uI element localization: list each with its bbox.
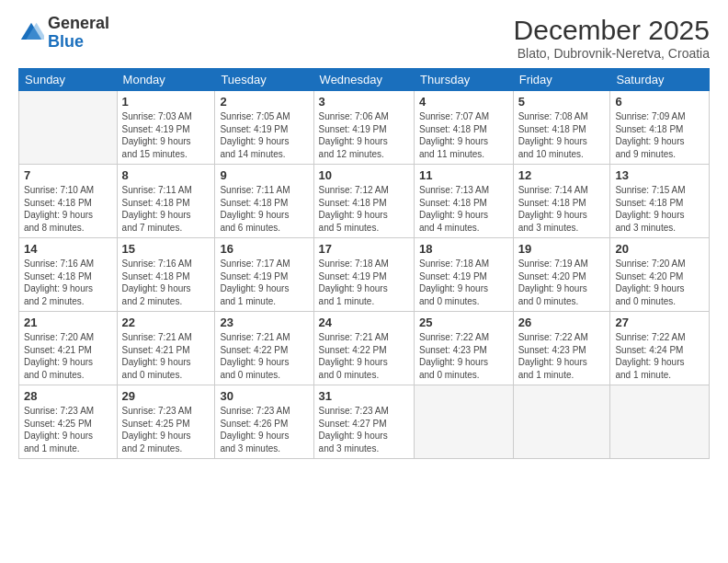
- sunrise-text: Sunrise: 7:23 AM: [122, 406, 192, 416]
- calendar-cell: 14Sunrise: 7:16 AMSunset: 4:18 PMDayligh…: [19, 238, 118, 312]
- header: General Blue December 2025 Blato, Dubrov…: [18, 15, 710, 61]
- sunset-text: Sunset: 4:27 PM: [319, 419, 387, 429]
- sunset-text: Sunset: 4:20 PM: [615, 271, 683, 282]
- sunset-text: Sunset: 4:18 PM: [419, 124, 487, 134]
- sunrise-text: Sunrise: 7:10 AM: [24, 185, 94, 195]
- daylight-text: Daylight: 9 hoursand 0 minutes.: [24, 357, 93, 380]
- day-number: 25: [419, 316, 508, 329]
- sunrise-text: Sunrise: 7:17 AM: [220, 259, 290, 269]
- day-header-friday: Friday: [513, 69, 610, 91]
- sunrise-text: Sunrise: 7:07 AM: [419, 111, 489, 121]
- daylight-text: Daylight: 9 hoursand 11 minutes.: [419, 136, 488, 159]
- sunrise-text: Sunrise: 7:16 AM: [122, 259, 192, 269]
- daylight-text: Daylight: 9 hoursand 3 minutes.: [615, 210, 684, 233]
- day-info: Sunrise: 7:23 AMSunset: 4:27 PMDaylight:…: [319, 405, 409, 454]
- daylight-text: Daylight: 9 hoursand 1 minute.: [319, 283, 388, 306]
- day-number: 28: [24, 389, 112, 403]
- calendar-cell: 28Sunrise: 7:23 AMSunset: 4:25 PMDayligh…: [19, 385, 118, 459]
- sunset-text: Sunset: 4:22 PM: [319, 345, 387, 355]
- day-number: 19: [518, 242, 606, 256]
- sunset-text: Sunset: 4:25 PM: [24, 419, 92, 429]
- sunrise-text: Sunrise: 7:11 AM: [220, 185, 290, 195]
- day-info: Sunrise: 7:21 AMSunset: 4:21 PMDaylight:…: [122, 331, 210, 381]
- sunset-text: Sunset: 4:18 PM: [220, 198, 288, 208]
- logo-text: General Blue: [48, 15, 109, 52]
- sunrise-text: Sunrise: 7:13 AM: [419, 185, 489, 195]
- calendar: SundayMondayTuesdayWednesdayThursdayFrid…: [18, 68, 710, 459]
- daylight-text: Daylight: 9 hoursand 2 minutes.: [24, 283, 93, 306]
- daylight-text: Daylight: 9 hoursand 8 minutes.: [24, 210, 93, 233]
- calendar-cell: 20Sunrise: 7:20 AMSunset: 4:20 PMDayligh…: [610, 238, 710, 312]
- sunset-text: Sunset: 4:18 PM: [615, 124, 683, 134]
- calendar-cell: [19, 91, 118, 165]
- calendar-header-row: SundayMondayTuesdayWednesdayThursdayFrid…: [19, 69, 710, 91]
- daylight-text: Daylight: 9 hoursand 0 minutes.: [122, 357, 191, 380]
- day-info: Sunrise: 7:07 AMSunset: 4:18 PMDaylight:…: [419, 110, 508, 160]
- day-number: 1: [122, 95, 210, 109]
- sunrise-text: Sunrise: 7:03 AM: [122, 111, 192, 121]
- sunrise-text: Sunrise: 7:22 AM: [615, 332, 685, 342]
- day-number: 23: [220, 316, 308, 329]
- calendar-cell: 10Sunrise: 7:12 AMSunset: 4:18 PMDayligh…: [313, 165, 414, 238]
- sunrise-text: Sunrise: 7:18 AM: [319, 259, 389, 269]
- calendar-cell: 31Sunrise: 7:23 AMSunset: 4:27 PMDayligh…: [313, 385, 414, 459]
- day-info: Sunrise: 7:16 AMSunset: 4:18 PMDaylight:…: [24, 258, 112, 307]
- sunrise-text: Sunrise: 7:11 AM: [122, 185, 192, 195]
- daylight-text: Daylight: 9 hoursand 1 minute.: [518, 357, 587, 380]
- day-number: 2: [220, 95, 308, 109]
- calendar-week-1: 7Sunrise: 7:10 AMSunset: 4:18 PMDaylight…: [19, 165, 710, 238]
- sunrise-text: Sunrise: 7:21 AM: [122, 332, 192, 342]
- sunrise-text: Sunrise: 7:06 AM: [319, 111, 389, 121]
- calendar-body: 1Sunrise: 7:03 AMSunset: 4:19 PMDaylight…: [19, 91, 710, 459]
- daylight-text: Daylight: 9 hoursand 0 minutes.: [615, 283, 684, 306]
- calendar-cell: 8Sunrise: 7:11 AMSunset: 4:18 PMDaylight…: [117, 165, 215, 238]
- sunset-text: Sunset: 4:22 PM: [220, 345, 288, 355]
- calendar-cell: 12Sunrise: 7:14 AMSunset: 4:18 PMDayligh…: [513, 165, 610, 238]
- calendar-cell: 15Sunrise: 7:16 AMSunset: 4:18 PMDayligh…: [117, 238, 215, 312]
- day-info: Sunrise: 7:11 AMSunset: 4:18 PMDaylight:…: [220, 184, 308, 234]
- day-info: Sunrise: 7:19 AMSunset: 4:20 PMDaylight:…: [518, 258, 606, 307]
- calendar-week-0: 1Sunrise: 7:03 AMSunset: 4:19 PMDaylight…: [19, 91, 710, 165]
- day-number: 24: [319, 316, 409, 329]
- sunset-text: Sunset: 4:20 PM: [518, 271, 586, 282]
- day-number: 26: [518, 316, 606, 329]
- day-number: 15: [122, 242, 210, 256]
- day-info: Sunrise: 7:08 AMSunset: 4:18 PMDaylight:…: [518, 110, 606, 160]
- day-info: Sunrise: 7:06 AMSunset: 4:19 PMDaylight:…: [319, 110, 409, 160]
- calendar-cell: 21Sunrise: 7:20 AMSunset: 4:21 PMDayligh…: [19, 312, 118, 385]
- daylight-text: Daylight: 9 hoursand 15 minutes.: [122, 136, 191, 159]
- sunrise-text: Sunrise: 7:15 AM: [615, 185, 685, 195]
- calendar-cell: 26Sunrise: 7:22 AMSunset: 4:23 PMDayligh…: [513, 312, 610, 385]
- daylight-text: Daylight: 9 hoursand 0 minutes.: [220, 357, 289, 380]
- sunset-text: Sunset: 4:18 PM: [518, 124, 586, 134]
- daylight-text: Daylight: 9 hoursand 1 minute.: [220, 283, 289, 306]
- daylight-text: Daylight: 9 hoursand 14 minutes.: [220, 136, 289, 159]
- day-number: 22: [122, 316, 210, 329]
- sunset-text: Sunset: 4:18 PM: [122, 198, 190, 208]
- day-number: 12: [518, 168, 606, 182]
- daylight-text: Daylight: 9 hoursand 5 minutes.: [319, 210, 388, 233]
- day-info: Sunrise: 7:13 AMSunset: 4:18 PMDaylight:…: [419, 184, 508, 234]
- day-info: Sunrise: 7:05 AMSunset: 4:19 PMDaylight:…: [220, 110, 308, 160]
- calendar-cell: 30Sunrise: 7:23 AMSunset: 4:26 PMDayligh…: [215, 385, 313, 459]
- day-header-saturday: Saturday: [610, 69, 710, 91]
- daylight-text: Daylight: 9 hoursand 3 minutes.: [518, 210, 587, 233]
- sunset-text: Sunset: 4:25 PM: [122, 419, 190, 429]
- sunrise-text: Sunrise: 7:18 AM: [419, 259, 489, 269]
- sunset-text: Sunset: 4:19 PM: [319, 271, 387, 282]
- sunrise-text: Sunrise: 7:23 AM: [319, 406, 389, 416]
- day-number: 29: [122, 389, 210, 403]
- day-header-thursday: Thursday: [414, 69, 513, 91]
- sunset-text: Sunset: 4:19 PM: [220, 124, 288, 134]
- sunrise-text: Sunrise: 7:21 AM: [319, 332, 389, 342]
- calendar-cell: 22Sunrise: 7:21 AMSunset: 4:21 PMDayligh…: [117, 312, 215, 385]
- sunrise-text: Sunrise: 7:23 AM: [220, 406, 290, 416]
- calendar-cell: 7Sunrise: 7:10 AMSunset: 4:18 PMDaylight…: [19, 165, 118, 238]
- calendar-cell: 4Sunrise: 7:07 AMSunset: 4:18 PMDaylight…: [414, 91, 513, 165]
- day-info: Sunrise: 7:23 AMSunset: 4:25 PMDaylight:…: [122, 405, 210, 454]
- day-header-wednesday: Wednesday: [313, 69, 414, 91]
- day-info: Sunrise: 7:15 AMSunset: 4:18 PMDaylight:…: [615, 184, 704, 234]
- sunset-text: Sunset: 4:21 PM: [24, 345, 92, 355]
- calendar-cell: 3Sunrise: 7:06 AMSunset: 4:19 PMDaylight…: [313, 91, 414, 165]
- day-number: 20: [615, 242, 704, 256]
